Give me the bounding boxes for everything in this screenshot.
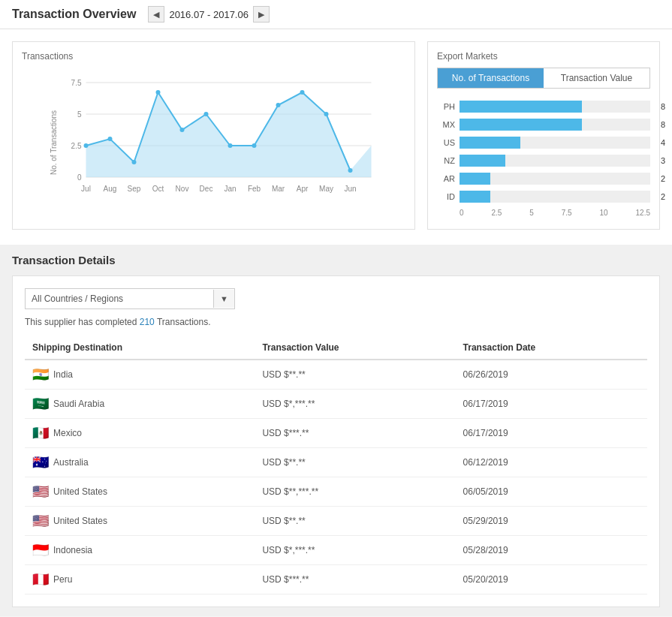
table-cell-destination: 🇲🇽 Mexico — [25, 419, 255, 448]
table-cell-date: 05/28/2019 — [456, 536, 647, 565]
table-cell-date: 06/17/2019 — [456, 419, 647, 448]
table-header-row: Shipping Destination Transaction Value T… — [25, 336, 647, 360]
table-cell-destination: 🇺🇸 United States — [25, 477, 255, 507]
svg-text:Dec: Dec — [200, 185, 213, 193]
country-select-text: All Countries / Regions — [26, 289, 213, 308]
col-header-value: Transaction Value — [255, 336, 455, 360]
table-cell-value: USD $*,***.** — [255, 390, 455, 419]
svg-point-21 — [348, 168, 353, 173]
table-cell-date: 06/26/2019 — [456, 360, 647, 390]
table-cell-destination: 🇮🇳 India — [25, 360, 255, 390]
table-row: 🇺🇸 United States USD $**,***.** 06/05/20… — [25, 477, 647, 507]
svg-text:Feb: Feb — [248, 185, 261, 193]
header-section: Transaction Overview ◀ 2016.07 - 2017.06… — [0, 0, 672, 29]
bar-track-ph: 8 — [460, 101, 650, 113]
bar-row-id: ID 2 — [437, 191, 650, 203]
svg-text:5: 5 — [77, 110, 82, 119]
table-row: 🇵🇪 Peru USD $***.** 05/20/2019 — [25, 565, 647, 594]
table-cell-destination: 🇵🇪 Peru — [25, 565, 255, 594]
details-content: All Countries / Regions ▼ This supplier … — [12, 275, 660, 607]
svg-point-10 — [84, 143, 89, 148]
table-row: 🇮🇳 India USD $**.** 06/26/2019 — [25, 360, 647, 390]
export-markets-title: Export Markets — [437, 51, 650, 62]
country-name: Australia — [53, 457, 89, 468]
svg-point-11 — [108, 137, 113, 141]
svg-text:Mar: Mar — [272, 185, 285, 193]
bar-value-us: 4 — [661, 137, 665, 149]
bar-track-ar: 2 — [460, 173, 650, 185]
svg-point-19 — [300, 90, 305, 95]
table-cell-date: 06/05/2019 — [456, 477, 647, 507]
line-chart-svg: No. of Transactions 7.5 5 2.5 0 — [22, 68, 405, 218]
col-header-destination: Shipping Destination — [25, 336, 255, 360]
export-markets-tabs: No. of Transactions Transaction Value — [437, 68, 650, 89]
bar-fill-ar — [460, 173, 490, 185]
country-name: India — [53, 369, 73, 380]
transaction-table: Shipping Destination Transaction Value T… — [25, 336, 647, 594]
svg-point-17 — [252, 143, 257, 148]
bar-label-us: US — [437, 138, 455, 147]
country-flag: 🇵🇪 — [32, 573, 49, 586]
filter-row: All Countries / Regions ▼ — [25, 288, 647, 309]
country-flag: 🇦🇺 — [32, 456, 49, 469]
next-date-button[interactable]: ▶ — [253, 6, 270, 23]
table-cell-destination: 🇸🇦 Saudi Arabia — [25, 390, 255, 419]
prev-date-button[interactable]: ◀ — [148, 6, 164, 23]
table-cell-value: USD $***.** — [255, 565, 455, 594]
bar-label-ph: PH — [437, 102, 455, 111]
country-name: Peru — [53, 574, 72, 585]
transactions-chart-label: Transactions — [22, 51, 405, 62]
svg-marker-9 — [86, 92, 372, 177]
bar-fill-mx — [460, 119, 582, 131]
svg-point-14 — [180, 128, 185, 132]
svg-point-13 — [156, 90, 161, 95]
bar-row-nz: NZ 3 — [437, 155, 650, 167]
bar-label-nz: NZ — [437, 156, 455, 165]
table-row: 🇮🇩 Indonesia USD $*,***.** 05/28/2019 — [25, 536, 647, 565]
bar-row-ar: AR 2 — [437, 173, 650, 185]
svg-text:2.5: 2.5 — [71, 142, 82, 150]
table-cell-destination: 🇺🇸 United States — [25, 507, 255, 536]
line-chart-wrapper: No. of Transactions 7.5 5 2.5 0 — [22, 68, 405, 218]
date-range-label: 2016.07 - 2017.06 — [169, 9, 249, 20]
table-cell-date: 06/12/2019 — [456, 448, 647, 477]
svg-point-18 — [276, 103, 281, 107]
svg-text:Jul: Jul — [81, 185, 91, 193]
transaction-details-title: Transaction Details — [12, 254, 660, 266]
page-title: Transaction Overview — [12, 8, 136, 21]
table-row: 🇦🇺 Australia USD $**.** 06/12/2019 — [25, 448, 647, 477]
bar-fill-id — [460, 191, 490, 203]
table-cell-value: USD $**.** — [255, 448, 455, 477]
country-flag: 🇮🇳 — [32, 368, 49, 381]
country-name: United States — [53, 486, 107, 497]
bar-value-nz: 3 — [661, 155, 665, 167]
svg-text:Nov: Nov — [176, 185, 189, 193]
transaction-count-link[interactable]: 210 — [140, 317, 155, 327]
table-cell-date: 05/20/2019 — [456, 565, 647, 594]
country-name: United States — [53, 516, 107, 526]
country-name: Indonesia — [53, 545, 92, 555]
bar-label-mx: MX — [437, 120, 455, 129]
country-flag: 🇺🇸 — [32, 514, 49, 528]
table-cell-value: USD $**.** — [255, 507, 455, 536]
svg-point-16 — [228, 143, 233, 148]
svg-text:7.5: 7.5 — [71, 79, 82, 87]
country-name: Mexico — [53, 428, 82, 438]
supplier-info: This supplier has completed 210 Transact… — [25, 317, 647, 327]
col-header-date: Transaction Date — [456, 336, 647, 360]
table-cell-destination: 🇮🇩 Indonesia — [25, 536, 255, 565]
tab-transaction-value[interactable]: Transaction Value — [544, 68, 649, 88]
supplier-text-before: This supplier has completed — [25, 317, 140, 327]
svg-text:May: May — [319, 185, 333, 193]
table-cell-value: USD $***.** — [255, 419, 455, 448]
country-flag: 🇮🇩 — [32, 543, 49, 557]
supplier-text-after: Transactions. — [155, 317, 211, 327]
tab-no-of-transactions[interactable]: No. of Transactions — [438, 68, 544, 88]
svg-text:Apr: Apr — [297, 185, 309, 193]
country-select-arrow-icon[interactable]: ▼ — [213, 290, 234, 308]
bar-value-ph: 8 — [661, 101, 665, 113]
export-markets-container: Export Markets No. of Transactions Trans… — [427, 41, 660, 230]
svg-text:Jan: Jan — [224, 185, 236, 193]
table-row: 🇺🇸 United States USD $**.** 05/29/2019 — [25, 507, 647, 536]
country-select[interactable]: All Countries / Regions ▼ — [25, 288, 235, 309]
